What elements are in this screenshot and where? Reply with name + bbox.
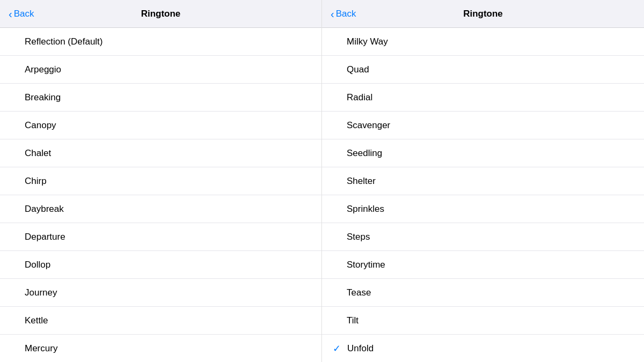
ringtone-item-label: Shelter	[347, 176, 376, 187]
ringtone-item-label: Tease	[347, 287, 371, 298]
list-item[interactable]: Mercury	[0, 335, 321, 362]
ringtone-item-label: Chirp	[25, 176, 47, 187]
list-item[interactable]: Kettle	[0, 307, 321, 335]
ringtone-item-label: Quad	[347, 64, 369, 75]
ringtone-item-label: Radial	[347, 92, 372, 103]
list-item[interactable]: Departure	[0, 223, 321, 251]
right-back-button[interactable]: ‹ Back	[331, 9, 356, 19]
list-item[interactable]: Tilt	[322, 307, 644, 335]
list-item[interactable]: Dollop	[0, 251, 321, 279]
left-panel: ‹ Back Ringtone Reflection (Default)Arpe…	[0, 0, 322, 362]
list-item[interactable]: ✓Unfold	[322, 335, 644, 362]
right-nav-title: Ringtone	[463, 9, 503, 19]
list-item[interactable]: Breaking	[0, 84, 321, 112]
ringtone-item-label: Reflection (Default)	[25, 36, 103, 47]
right-panel: ‹ Back Ringtone Milky WayQuadRadialScave…	[322, 0, 644, 362]
ringtone-item-label: Seedling	[347, 148, 382, 159]
left-nav-bar: ‹ Back Ringtone	[0, 0, 321, 28]
ringtone-item-label: Daybreak	[25, 204, 64, 215]
ringtone-item-label: Unfold	[347, 343, 374, 354]
ringtone-item-label: Mercury	[25, 343, 57, 354]
ringtone-item-label: Dollop	[25, 260, 50, 270]
list-item[interactable]: Scavenger	[322, 112, 644, 139]
checkmark-icon: ✓	[333, 343, 341, 354]
list-item[interactable]: Sprinkles	[322, 195, 644, 223]
ringtone-item-label: Breaking	[25, 92, 61, 103]
ringtone-item-label: Scavenger	[347, 120, 390, 131]
list-item[interactable]: Shelter	[322, 167, 644, 195]
ringtone-item-label: Arpeggio	[25, 64, 61, 75]
list-item[interactable]: Tease	[322, 279, 644, 307]
list-item[interactable]: Seedling	[322, 139, 644, 167]
ringtone-item-label: Tilt	[347, 315, 358, 326]
ringtone-item-label: Journey	[25, 287, 57, 298]
left-nav-title: Ringtone	[141, 9, 181, 19]
list-item[interactable]: Daybreak	[0, 195, 321, 223]
ringtone-item-label: Steps	[347, 232, 370, 242]
left-back-chevron-icon: ‹	[9, 9, 12, 19]
right-nav-bar: ‹ Back Ringtone	[322, 0, 644, 28]
ringtone-item-label: Sprinkles	[347, 204, 384, 215]
list-item[interactable]: Canopy	[0, 112, 321, 139]
left-back-button[interactable]: ‹ Back	[9, 9, 34, 19]
ringtone-item-label: Departure	[25, 232, 65, 242]
list-item[interactable]: Arpeggio	[0, 56, 321, 84]
list-item[interactable]: Storytime	[322, 251, 644, 279]
list-item[interactable]: Chirp	[0, 167, 321, 195]
ringtone-item-label: Canopy	[25, 120, 56, 131]
ringtone-item-label: Storytime	[347, 260, 385, 270]
list-item[interactable]: Radial	[322, 84, 644, 112]
list-item[interactable]: Reflection (Default)	[0, 28, 321, 56]
right-ringtone-list: Milky WayQuadRadialScavengerSeedlingShel…	[322, 28, 644, 362]
list-item[interactable]: Milky Way	[322, 28, 644, 56]
list-item[interactable]: Quad	[322, 56, 644, 84]
ringtone-item-label: Kettle	[25, 315, 48, 326]
right-back-chevron-icon: ‹	[331, 9, 334, 19]
left-ringtone-list: Reflection (Default)ArpeggioBreakingCano…	[0, 28, 321, 362]
list-item[interactable]: Steps	[322, 223, 644, 251]
left-back-label: Back	[14, 9, 34, 19]
right-back-label: Back	[336, 9, 356, 19]
ringtone-item-label: Milky Way	[347, 36, 388, 47]
list-item[interactable]: Chalet	[0, 139, 321, 167]
list-item[interactable]: Journey	[0, 279, 321, 307]
ringtone-item-label: Chalet	[25, 148, 51, 159]
